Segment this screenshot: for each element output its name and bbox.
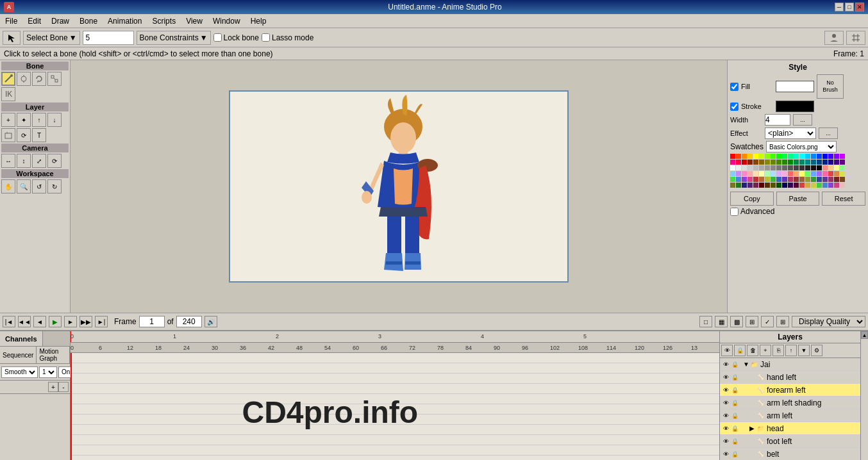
menu-draw[interactable]: Draw xyxy=(46,14,74,28)
stroke-checkbox[interactable] xyxy=(730,103,739,111)
zoom-tool[interactable]: 🔍 xyxy=(17,179,31,193)
tab-channels[interactable]: Channels xyxy=(0,331,43,346)
tool-cursor-button[interactable] xyxy=(3,31,21,45)
color-swatch-cell[interactable] xyxy=(730,171,735,176)
color-swatch-cell[interactable] xyxy=(771,160,776,165)
layer-tool-7[interactable]: T xyxy=(32,128,46,142)
quality-1-button[interactable]: □ xyxy=(699,316,712,327)
ik-bone-tool[interactable]: IK xyxy=(1,87,15,101)
layer-row[interactable]: 👁 🔒 ▼ 📁 Jai xyxy=(720,358,860,371)
color-swatch-cell[interactable] xyxy=(799,177,805,182)
tab-motion-graph[interactable]: Motion Graph xyxy=(37,347,70,363)
color-swatch-cell[interactable] xyxy=(765,171,770,176)
color-swatch-cell[interactable] xyxy=(805,171,810,176)
color-swatch-cell[interactable] xyxy=(834,154,839,159)
translate-bone-tool[interactable] xyxy=(17,72,31,86)
profile-button[interactable] xyxy=(824,31,844,45)
color-swatch-cell[interactable] xyxy=(747,183,753,188)
color-swatch-cell[interactable] xyxy=(828,171,833,176)
color-swatch-cell[interactable] xyxy=(828,183,833,188)
layer-tool-1[interactable]: + xyxy=(1,113,15,127)
layer-row[interactable]: 👁 🔒 🦴 belt xyxy=(720,448,860,460)
color-swatch-cell[interactable] xyxy=(747,154,753,159)
layer-eye-icon-4[interactable]: 👁 xyxy=(721,411,730,420)
color-swatch-cell[interactable] xyxy=(747,177,753,182)
color-swatch-cell[interactable] xyxy=(840,183,845,188)
layer-row[interactable]: 👁 🔒 🦴 arm left xyxy=(720,409,860,422)
color-swatch-cell[interactable] xyxy=(828,177,833,182)
color-swatch-cell[interactable] xyxy=(742,183,747,188)
color-swatch-cell[interactable] xyxy=(822,183,828,188)
menu-window[interactable]: Window xyxy=(208,14,246,28)
color-swatch-cell[interactable] xyxy=(834,183,839,188)
color-swatch-cell[interactable] xyxy=(817,171,822,176)
camera-tool-3[interactable]: ⤢ xyxy=(32,154,46,168)
color-swatch-cell[interactable] xyxy=(736,183,741,188)
color-swatch-cell[interactable] xyxy=(742,165,747,170)
color-swatch-cell[interactable] xyxy=(788,165,793,170)
color-swatch-cell[interactable] xyxy=(794,165,799,170)
color-swatch-cell[interactable] xyxy=(730,183,735,188)
layer-tool-6[interactable]: ⟳ xyxy=(17,128,31,142)
advanced-checkbox[interactable] xyxy=(730,208,739,216)
color-swatch-cell[interactable] xyxy=(822,165,828,170)
color-swatch-cell[interactable] xyxy=(782,177,787,182)
layers-tool-1[interactable]: 👁 xyxy=(721,345,733,356)
timeline-zoom-out-button[interactable]: - xyxy=(58,382,69,392)
color-swatch-cell[interactable] xyxy=(742,154,747,159)
color-swatch-cell[interactable] xyxy=(811,171,816,176)
color-swatch-cell[interactable] xyxy=(834,160,839,165)
color-swatch-cell[interactable] xyxy=(834,165,839,170)
lasso-mode-checkbox-label[interactable]: Lasso mode xyxy=(262,33,313,42)
menu-help[interactable]: Help xyxy=(246,14,272,28)
menu-scripts[interactable]: Scripts xyxy=(147,14,181,28)
camera-tool-4[interactable]: ⟳ xyxy=(47,154,62,168)
close-button[interactable]: ✕ xyxy=(855,3,864,12)
color-swatch-cell[interactable] xyxy=(834,177,839,182)
fill-color-swatch[interactable] xyxy=(776,81,814,92)
display-quality-select[interactable]: Display Quality xyxy=(792,316,865,327)
color-swatch-cell[interactable] xyxy=(794,154,799,159)
color-swatch-cell[interactable] xyxy=(771,165,776,170)
frame-input[interactable] xyxy=(139,316,165,327)
color-swatch-cell[interactable] xyxy=(765,183,770,188)
color-swatch-cell[interactable] xyxy=(817,183,822,188)
color-swatch-cell[interactable] xyxy=(811,165,816,170)
lasso-mode-checkbox[interactable] xyxy=(262,33,270,42)
color-swatch-cell[interactable] xyxy=(805,160,810,165)
color-swatch-cell[interactable] xyxy=(771,183,776,188)
color-swatch-cell[interactable] xyxy=(840,165,845,170)
color-swatch-cell[interactable] xyxy=(788,154,793,159)
copy-button[interactable]: Copy xyxy=(730,192,774,206)
select-bone-dropdown[interactable]: Select Bone ▼ xyxy=(23,31,80,45)
color-swatch-cell[interactable] xyxy=(840,154,845,159)
color-swatch-cell[interactable] xyxy=(736,160,741,165)
color-swatch-cell[interactable] xyxy=(776,160,781,165)
color-swatch-cell[interactable] xyxy=(765,177,770,182)
width-input[interactable] xyxy=(765,114,790,126)
color-swatch-cell[interactable] xyxy=(759,154,764,159)
layer-eye-icon-5[interactable]: 👁 xyxy=(721,424,730,433)
reset-button[interactable]: Reset xyxy=(822,192,865,206)
color-swatch-cell[interactable] xyxy=(736,154,741,159)
color-swatch-cell[interactable] xyxy=(753,171,758,176)
color-swatch-cell[interactable] xyxy=(730,154,735,159)
layer-eye-icon-6[interactable]: 👁 xyxy=(721,437,730,446)
layer-row[interactable]: 👁 🔒 🦴 forearm left xyxy=(720,384,860,397)
color-swatch-cell[interactable] xyxy=(736,165,741,170)
color-swatch-cell[interactable] xyxy=(828,160,833,165)
fill-checkbox[interactable] xyxy=(730,83,739,91)
color-swatch-cell[interactable] xyxy=(834,171,839,176)
tab-sequencer[interactable]: Sequencer xyxy=(0,347,37,363)
fullscreen-button[interactable]: ⊞ xyxy=(776,316,789,327)
layer-row[interactable]: 👁 🔒 🦴 foot left xyxy=(720,435,860,448)
color-swatch-cell[interactable] xyxy=(771,177,776,182)
color-swatch-cell[interactable] xyxy=(794,177,799,182)
no-brush-button[interactable]: NoBrush xyxy=(817,74,844,99)
color-swatch-cell[interactable] xyxy=(805,154,810,159)
quality-4-button[interactable]: ⊞ xyxy=(746,316,758,327)
color-swatch-cell[interactable] xyxy=(788,171,793,176)
color-swatch-cell[interactable] xyxy=(736,177,741,182)
layers-tool-8[interactable]: ⚙ xyxy=(811,345,822,356)
color-swatch-cell[interactable] xyxy=(840,160,845,165)
